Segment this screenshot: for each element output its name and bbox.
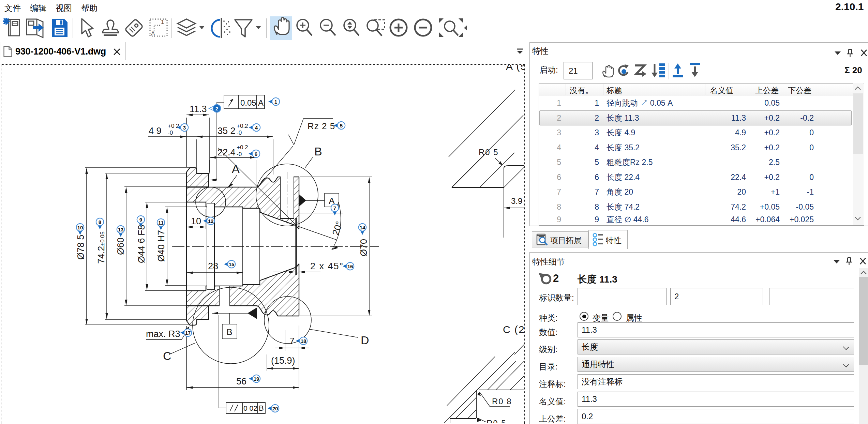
svg-text:-0: -0 [237, 130, 242, 136]
svg-text:7: 7 [289, 336, 295, 346]
svg-text:22.4: 22.4 [218, 147, 236, 157]
svg-text:8: 8 [99, 219, 101, 225]
svg-text:15: 15 [229, 261, 235, 267]
svg-text:C (2 : 1): C (2 : 1) [503, 324, 524, 335]
svg-text:4 9: 4 9 [149, 126, 162, 136]
svg-text:13: 13 [118, 227, 124, 232]
svg-text:1: 1 [161, 19, 164, 25]
svg-text:18: 18 [301, 338, 306, 344]
svg-text:-0: -0 [168, 130, 173, 136]
svg-text:Ø44 6 F8: Ø44 6 F8 [136, 225, 147, 263]
svg-text:10: 10 [77, 225, 83, 230]
svg-text:5: 5 [340, 123, 343, 128]
svg-text:56: 56 [236, 376, 246, 387]
svg-text:11: 11 [158, 220, 164, 226]
svg-text:19: 19 [254, 376, 259, 382]
svg-text:11.3: 11.3 [190, 104, 207, 114]
svg-text:B: B [226, 327, 232, 337]
svg-text:28: 28 [208, 261, 218, 271]
svg-text:10: 10 [191, 216, 201, 226]
svg-text:Ø40 H7: Ø40 H7 [156, 230, 166, 262]
svg-text:Ø78 5: Ø78 5 [76, 234, 86, 260]
svg-text:2 x 45°: 2 x 45° [310, 261, 344, 271]
svg-text:D: D [361, 334, 369, 347]
svg-text:74.2±0 05: 74.2±0 05 [96, 231, 106, 264]
svg-text:12: 12 [208, 218, 214, 224]
svg-text:6: 6 [255, 151, 257, 157]
svg-text:+0.2: +0.2 [237, 123, 248, 129]
svg-text:A: A [258, 98, 264, 107]
svg-text:4: 4 [255, 125, 258, 131]
svg-text:20°: 20° [330, 220, 344, 237]
svg-text:B: B [259, 404, 264, 412]
svg-text:R0 5: R0 5 [479, 148, 499, 157]
svg-text:Rz 2 5: Rz 2 5 [308, 121, 335, 131]
svg-text:B: B [314, 145, 322, 158]
svg-text:3.9: 3.9 [511, 196, 522, 206]
svg-text:1: 1 [274, 99, 277, 105]
svg-text:3: 3 [183, 125, 186, 131]
svg-text:+0 2: +0 2 [168, 123, 179, 129]
svg-text:A: A [151, 30, 155, 37]
svg-text:A (5 : 1): A (5 : 1) [506, 65, 524, 72]
svg-text:C: C [163, 349, 171, 362]
svg-text:-0: -0 [237, 151, 242, 157]
svg-text:17: 17 [185, 330, 191, 336]
svg-text:35 2: 35 2 [218, 126, 236, 136]
svg-text:16: 16 [347, 263, 353, 269]
svg-text:+0 2: +0 2 [237, 144, 248, 151]
svg-text:0.05: 0.05 [240, 98, 256, 107]
svg-text:R0 8: R0 8 [492, 397, 512, 406]
svg-text:Ø70: Ø70 [359, 239, 369, 256]
svg-text:Ø60: Ø60 [116, 238, 126, 255]
svg-text:14: 14 [360, 225, 365, 230]
svg-text:0 02: 0 02 [243, 404, 257, 412]
svg-text:2: 2 [215, 106, 218, 111]
svg-text:max. R3: max. R3 [146, 329, 180, 339]
svg-text:(15.9): (15.9) [271, 355, 295, 366]
svg-text:A: A [232, 162, 240, 175]
svg-text:R0 5: R0 5 [487, 419, 507, 423]
svg-text:9: 9 [139, 217, 142, 223]
svg-text:20: 20 [272, 406, 278, 411]
svg-text:7: 7 [333, 205, 336, 211]
